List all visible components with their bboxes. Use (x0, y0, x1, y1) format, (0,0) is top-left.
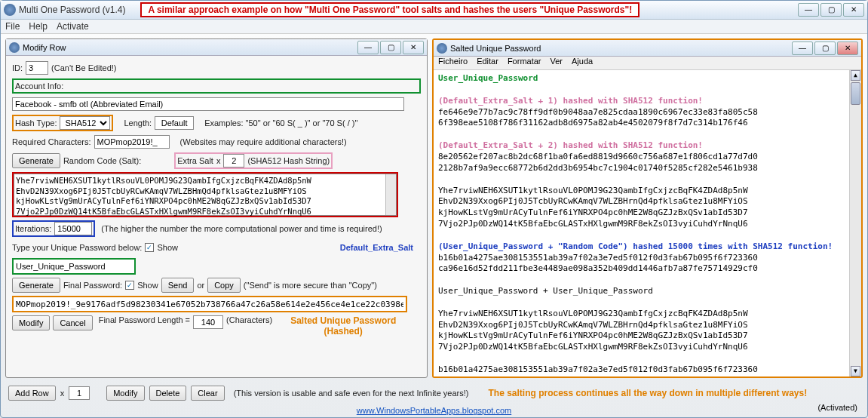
np-line: 7Vjo2PJp0DzWQ14tK5BfaEbcGLASTxHXlgwmM9RF… (438, 219, 748, 229)
bottom-toolbar: Add Row x Modify Delete Clear (This vers… (1, 383, 867, 404)
np-line: (Default_Extra_Salt + 1) hashed with SHA… (438, 96, 703, 106)
panel-maximize-button[interactable]: ▢ (380, 41, 401, 54)
addrow-count-input[interactable] (69, 386, 90, 400)
cancel-button[interactable]: Cancel (53, 315, 92, 330)
reqchars-input[interactable] (94, 135, 170, 149)
notepad-close-button[interactable]: ✕ (837, 41, 858, 55)
minimize-button[interactable]: — (798, 3, 819, 17)
or-label: or (197, 281, 204, 290)
addrow-button[interactable]: Add Row (8, 386, 56, 401)
copy-button[interactable]: Copy (207, 278, 241, 293)
bottom-note: (This version is usable and safe even fo… (234, 389, 469, 398)
notepad-panel: Salted Unique Password — ▢ ✕ Ficheiro Ed… (432, 38, 863, 378)
footer: www.WindowsPortableApps.blogspot.com (1, 404, 867, 417)
np-line: (Default_Extra_Salt + 2) hashed with SHA… (438, 140, 703, 150)
np-line: kjHowKLstVg9mUrACyTulnFef6iYNRXPO4pc0hME… (438, 207, 748, 217)
hashtype-label: Hash Type: (15, 118, 57, 128)
main-titlebar: Multi One Password (v1.4) A similar appr… (1, 1, 867, 20)
generate-final-button[interactable]: Generate (12, 278, 60, 293)
notepad-menu-editar[interactable]: Editar (477, 57, 498, 69)
notepad-maximize-button[interactable]: ▢ (814, 41, 836, 55)
show-uniquepw-checkbox[interactable]: ✓ (145, 243, 154, 252)
notepad-textarea[interactable]: User_Unique_Password (Default_Extra_Salt… (434, 70, 861, 377)
finalpw-label: Final Password: (63, 281, 122, 290)
notepad-scrollbar[interactable]: ▲ ▼ (849, 70, 861, 377)
finalpw-output[interactable] (14, 297, 406, 311)
reqchars-label: Required Characters: (12, 137, 91, 146)
default-extra-salt-note: Default_Extra_Salt (340, 243, 413, 252)
hashtype-select[interactable]: SHA512 (60, 116, 110, 130)
np-line: (User_Unique_Password + "Random Code") h… (438, 241, 833, 251)
randomcode-label: Random Code (Salt): (63, 156, 141, 165)
activated-label: (Activated) (817, 403, 857, 412)
app-icon (4, 4, 16, 16)
show-finalpw-label: Show (137, 281, 158, 290)
info-banner: A similar approach example on how "Multi… (140, 2, 639, 17)
maximize-button[interactable]: ▢ (820, 3, 842, 17)
modify-row-panel: Modify Row — ▢ ✕ ID: (Can't Be Edited!) … (5, 38, 428, 378)
notepad-menu-ver[interactable]: Ver (551, 57, 563, 69)
np-line: User_Unique_Password + User_Unique_Passw… (438, 286, 653, 296)
scroll-thumb[interactable] (851, 82, 860, 105)
notepad-title: Salted Unique Password (450, 44, 541, 53)
notepad-menubar: Ficheiro Editar Formatar Ver Ajuda (434, 57, 861, 70)
extrasalt-input[interactable] (223, 154, 244, 168)
show-finalpw-checkbox[interactable]: ✓ (125, 281, 134, 290)
uniquepw-label: Type your Unique Password below: (12, 243, 142, 252)
account-label: Account Info: (15, 81, 63, 91)
reqchars-hint: (Websites may require additional charact… (180, 137, 347, 146)
continues-note: The salting process continues all the wa… (488, 388, 807, 398)
finallen-value (193, 315, 223, 329)
bottom-delete-button[interactable]: Delete (149, 386, 187, 401)
length-input[interactable] (155, 116, 194, 130)
menu-activate[interactable]: Activate (57, 21, 89, 32)
modify-panel-title: Modify Row (23, 43, 66, 52)
footer-link[interactable]: www.WindowsPortableApps.blogspot.com (357, 406, 511, 415)
id-input[interactable] (26, 61, 48, 75)
iter-input[interactable] (54, 222, 92, 235)
scroll-up-icon[interactable]: ▲ (851, 70, 860, 81)
modify-button[interactable]: Modify (12, 315, 50, 330)
notepad-menu-ajuda[interactable]: Ajuda (572, 57, 593, 69)
bottom-modify-button[interactable]: Modify (106, 386, 144, 401)
length-label: Length: (124, 118, 152, 128)
salted-note: Salted Unique Password (Hashed) (290, 315, 396, 337)
account-input[interactable] (12, 97, 404, 111)
bottom-clear-button[interactable]: Clear (191, 386, 224, 401)
np-line: User_Unique_Password (438, 73, 538, 83)
scroll-down-icon[interactable]: ▼ (851, 366, 860, 377)
generate-salt-button[interactable]: Generate (12, 153, 60, 168)
addrow-x: x (60, 389, 65, 398)
panel-close-button[interactable]: ✕ (403, 41, 424, 54)
salt-scrollbar[interactable] (385, 174, 396, 215)
close-button[interactable]: ✕ (843, 3, 864, 17)
np-line: Yhe7rviwNEH6XSUT1kytlRsouVL0POMJ9G23Qamb… (438, 186, 748, 195)
np-line: EhvD2N39Xxog6PIj0J5TcbUyRCwKAmqV7WLZBHrn… (438, 196, 748, 206)
salt-textarea[interactable]: Yhe7rviwNEH6XSUT1kytlRsouVL0POMJ9G23Qamb… (14, 174, 397, 216)
uniquepw-input[interactable] (14, 260, 134, 273)
panel-minimize-button[interactable]: — (357, 41, 379, 54)
length-examples: Examples: "50" or "60 S( _ )" or "70 S( … (204, 118, 357, 128)
panel-icon (9, 42, 20, 53)
np-line: ca96e16d52fdd211fbe3e4489ae098a352b409dd… (438, 263, 758, 273)
iter-hint: (The higher the number the more computat… (101, 224, 382, 233)
np-line: 8e20562ef207ac8b2dc68f1ba0fa6ed8819d9660… (438, 152, 758, 161)
extrasalt-label: Extra Salt (177, 156, 213, 165)
send-button[interactable]: Send (161, 278, 195, 293)
notepad-minimize-button[interactable]: — (792, 41, 813, 55)
notepad-icon (437, 43, 447, 54)
notepad-menu-ficheiro[interactable]: Ficheiro (438, 57, 468, 69)
finallen-label: Final Password Length = (99, 315, 190, 324)
menu-file[interactable]: File (5, 21, 20, 32)
np-line: 2128b7af9a9ecc68772b6d2dd3b6954bc7c1904c… (438, 163, 758, 173)
extrasalt-hint: (SHA512 Hash String) (247, 156, 330, 165)
extrasalt-x: x (216, 156, 221, 165)
np-line: kjHowKLstVg9mUrACyTulnFef6iYNRXPO4pc0hME… (438, 330, 748, 340)
sendcopy-hint: ("Send" is more secure than "Copy") (244, 281, 377, 290)
np-line: EhvD2N39Xxog6PIj0J5TcbUyRCwKAmqV7WLZBHrn… (438, 320, 748, 330)
menu-help[interactable]: Help (29, 21, 48, 32)
notepad-menu-formatar[interactable]: Formatar (508, 57, 541, 69)
np-line: Yhe7rviwNEH6XSUT1kytlRsouVL0POMJ9G23Qamb… (438, 309, 748, 318)
id-hint: (Can't Be Edited!) (51, 63, 116, 72)
show-uniquepw-label: Show (157, 243, 178, 252)
